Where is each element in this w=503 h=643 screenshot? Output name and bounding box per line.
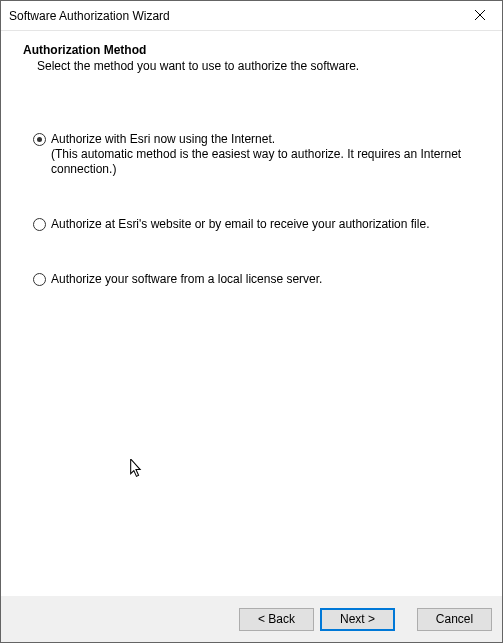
option-internet-text: Authorize with Esri now using the Intern… bbox=[51, 132, 482, 177]
cancel-button[interactable]: Cancel bbox=[417, 608, 492, 631]
radio-website-email[interactable] bbox=[33, 218, 46, 231]
back-button[interactable]: < Back bbox=[239, 608, 314, 631]
option-internet-sub: (This automatic method is the easiest wa… bbox=[51, 147, 482, 177]
option-local-server-text: Authorize your software from a local lic… bbox=[51, 272, 322, 287]
option-website-email-text: Authorize at Esri's website or by email … bbox=[51, 217, 429, 232]
titlebar: Software Authorization Wizard bbox=[1, 1, 502, 31]
option-internet[interactable]: Authorize with Esri now using the Intern… bbox=[33, 132, 482, 177]
header-subheading: Select the method you want to use to aut… bbox=[37, 59, 482, 73]
window-title: Software Authorization Wizard bbox=[1, 9, 457, 23]
cursor-icon bbox=[129, 459, 145, 482]
header-heading: Authorization Method bbox=[23, 43, 482, 57]
option-local-server[interactable]: Authorize your software from a local lic… bbox=[33, 272, 482, 287]
wizard-footer: < Back Next > Cancel bbox=[1, 596, 502, 642]
wizard-header: Authorization Method Select the method y… bbox=[1, 31, 502, 85]
option-internet-label: Authorize with Esri now using the Intern… bbox=[51, 132, 275, 146]
next-button[interactable]: Next > bbox=[320, 608, 395, 631]
option-local-server-label: Authorize your software from a local lic… bbox=[51, 272, 322, 286]
wizard-window: Software Authorization Wizard Authorizat… bbox=[0, 0, 503, 643]
close-icon bbox=[475, 9, 485, 23]
radio-internet[interactable] bbox=[33, 133, 46, 146]
option-website-email-label: Authorize at Esri's website or by email … bbox=[51, 217, 429, 231]
option-website-email[interactable]: Authorize at Esri's website or by email … bbox=[33, 217, 482, 232]
close-button[interactable] bbox=[457, 1, 502, 30]
wizard-content: Authorize with Esri now using the Intern… bbox=[1, 86, 502, 595]
radio-local-server[interactable] bbox=[33, 273, 46, 286]
